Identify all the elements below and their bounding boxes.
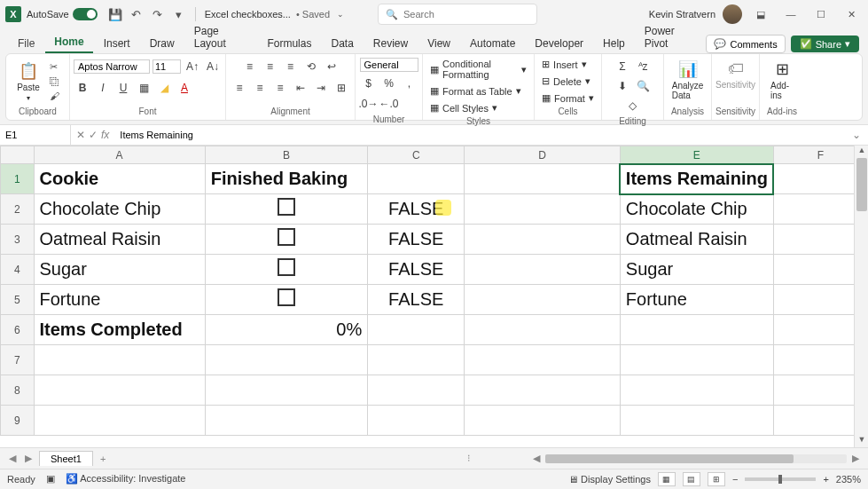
align-left-icon[interactable]: ≡ (231, 79, 248, 97)
tab-home[interactable]: Home (45, 32, 92, 53)
align-bottom-icon[interactable]: ≡ (282, 58, 300, 75)
minimize-icon[interactable]: — (779, 3, 802, 26)
macro-record-icon[interactable]: ▣ (46, 473, 55, 485)
clear-icon[interactable]: ◇ (624, 97, 642, 114)
fill-icon[interactable]: ⬇ (614, 77, 631, 95)
tab-review[interactable]: Review (364, 34, 417, 53)
autosum-icon[interactable]: Σ (614, 58, 631, 75)
search-input[interactable] (403, 9, 529, 20)
cell-B2[interactable] (205, 194, 368, 225)
share-button[interactable]: ✅ Share ▾ (791, 35, 859, 52)
copy-button[interactable]: ⿻ (47, 75, 62, 88)
cell-B8[interactable] (205, 375, 368, 406)
page-layout-view-icon[interactable]: ▤ (683, 472, 700, 486)
cell-C2[interactable]: FALSE (368, 194, 465, 225)
merge-icon[interactable]: ⊞ (332, 79, 350, 97)
italic-button[interactable]: I (94, 79, 112, 97)
cell-D8[interactable] (465, 375, 621, 406)
tab-view[interactable]: View (418, 34, 459, 53)
cell-D2[interactable] (465, 194, 621, 225)
row-header-8[interactable]: 8 (1, 375, 35, 406)
scroll-right-icon[interactable]: ▶ (850, 453, 861, 464)
tab-developer[interactable]: Developer (526, 34, 592, 53)
save-icon[interactable]: 💾 (106, 5, 124, 23)
decrease-font-icon[interactable]: A↓ (204, 58, 222, 75)
formula-bar[interactable]: Items Remaining (114, 130, 845, 140)
align-top-icon[interactable]: ≡ (241, 58, 259, 75)
col-header-A[interactable]: A (34, 146, 205, 164)
cell-styles-button[interactable]: ▦ Cell Styles ▾ (430, 101, 497, 114)
cancel-formula-icon[interactable]: ✕ (76, 129, 85, 141)
row-header-7[interactable]: 7 (1, 345, 35, 375)
row-header-2[interactable]: 2 (1, 194, 35, 225)
cell-A8[interactable] (34, 375, 205, 406)
col-header-C[interactable]: C (368, 146, 465, 164)
cell-D4[interactable] (465, 255, 621, 285)
ribbon-mode-icon[interactable]: ⬓ (749, 3, 772, 26)
cell-E8[interactable] (620, 375, 773, 406)
search-box[interactable]: 🔍 (378, 4, 537, 25)
decrease-indent-icon[interactable]: ⇤ (292, 79, 309, 97)
font-color-button[interactable]: A (176, 79, 193, 97)
tab-file[interactable]: File (9, 34, 43, 53)
row-header-4[interactable]: 4 (1, 255, 35, 285)
decrease-decimal-icon[interactable]: ←.0 (380, 95, 398, 113)
row-header-3[interactable]: 3 (1, 225, 35, 255)
zoom-out-icon[interactable]: − (732, 474, 738, 485)
cell-A6[interactable]: Items Completed (34, 315, 205, 345)
row-header-1[interactable]: 1 (1, 164, 35, 194)
cell-C4[interactable]: FALSE (368, 255, 465, 285)
tab-split-icon[interactable]: ⁝ (465, 453, 473, 464)
col-header-E[interactable]: E (620, 146, 773, 164)
cell-B5[interactable] (205, 285, 368, 315)
cell-A1[interactable]: Cookie (34, 164, 205, 194)
cell-E5[interactable]: Fortune (620, 285, 773, 315)
col-header-B[interactable]: B (205, 146, 368, 164)
tab-formulas[interactable]: Formulas (258, 34, 320, 53)
align-center-icon[interactable]: ≡ (251, 79, 269, 97)
format-painter-button[interactable]: 🖌 (47, 90, 62, 102)
wrap-text-icon[interactable]: ↩ (323, 58, 340, 75)
sort-filter-icon[interactable]: ᴬz (634, 58, 652, 75)
find-icon[interactable]: 🔍 (634, 77, 652, 95)
paste-button[interactable]: 📋Paste▾ (13, 59, 43, 104)
cell-C3[interactable]: FALSE (368, 225, 465, 255)
increase-indent-icon[interactable]: ⇥ (312, 79, 330, 97)
cell-E9[interactable] (620, 406, 773, 436)
cell-C7[interactable] (368, 345, 465, 375)
cell-B1[interactable]: Finished Baking (205, 164, 368, 194)
scroll-up-icon[interactable]: ▲ (855, 146, 868, 158)
font-name-select[interactable] (74, 59, 150, 74)
tab-power-pivot[interactable]: Power Pivot (636, 21, 705, 53)
normal-view-icon[interactable]: ▦ (658, 472, 676, 486)
cell-B6[interactable]: 0% (205, 315, 368, 345)
redo-icon[interactable]: ↷ (149, 5, 167, 23)
currency-icon[interactable]: $ (360, 75, 378, 92)
select-all-corner[interactable] (1, 146, 35, 164)
cell-B4[interactable] (205, 255, 368, 285)
tab-automate[interactable]: Automate (461, 34, 524, 53)
enter-formula-icon[interactable]: ✓ (89, 129, 98, 141)
expand-formula-bar-icon[interactable]: ⌄ (845, 129, 868, 141)
bold-button[interactable]: B (74, 79, 91, 97)
horizontal-scrollbar[interactable]: ◀ ▶ (513, 453, 861, 464)
comma-icon[interactable]: , (401, 75, 418, 92)
name-box[interactable]: E1 (0, 125, 71, 145)
new-sheet-icon[interactable]: + (98, 454, 107, 464)
checkbox-b2[interactable] (278, 198, 295, 216)
file-name[interactable]: Excel checkboxes... (205, 9, 291, 20)
cell-E1[interactable]: Items Remaining (620, 164, 773, 194)
increase-decimal-icon[interactable]: .0→ (360, 95, 378, 113)
orientation-icon[interactable]: ⟲ (302, 58, 320, 75)
checkbox-b4[interactable] (278, 258, 295, 276)
align-right-icon[interactable]: ≡ (271, 79, 289, 97)
border-button[interactable]: ▦ (135, 79, 152, 97)
autosave-toggle[interactable] (73, 8, 98, 20)
addins-button[interactable]: ⊞Add-ins (767, 58, 797, 102)
row-header-6[interactable]: 6 (1, 315, 35, 345)
vscroll-thumb[interactable] (856, 158, 867, 211)
page-break-view-icon[interactable]: ⊞ (708, 472, 725, 486)
underline-button[interactable]: U (114, 79, 132, 97)
font-size-select[interactable] (152, 59, 181, 74)
cell-A9[interactable] (34, 406, 205, 436)
